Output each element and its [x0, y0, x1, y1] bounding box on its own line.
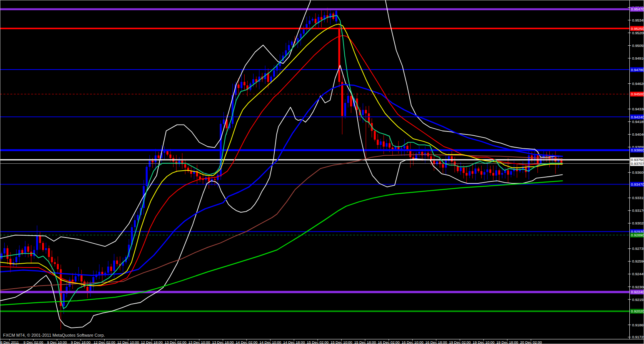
- svg-text:0.93707: 0.93707: [631, 161, 644, 166]
- candle-body: [190, 171, 192, 174]
- level-price-label-0.95250: 0.95250: [630, 26, 644, 31]
- candle-body: [347, 96, 349, 103]
- candle-body: [498, 170, 500, 174]
- candle-body: [169, 155, 171, 158]
- svg-text:0.92020: 0.92020: [631, 309, 644, 313]
- candle-body: [134, 220, 136, 227]
- svg-text:0.94240: 0.94240: [631, 115, 644, 119]
- price-tick-label: 0.93025: [632, 221, 644, 225]
- candle-body: [116, 261, 118, 264]
- candle-body: [288, 45, 290, 50]
- price-tick-label: 0.93315: [632, 196, 644, 200]
- candle-body: [320, 17, 322, 20]
- candle-body: [291, 42, 293, 45]
- candle-body: [18, 250, 20, 257]
- candle-body: [10, 259, 12, 265]
- candle-body: [214, 179, 216, 180]
- mt4-chart-window: 0.954900.953450.952000.950550.949100.946…: [0, 0, 644, 344]
- price-tick-label: 0.94185: [632, 120, 644, 124]
- candle-body: [113, 261, 115, 271]
- time-tick-label: 15 Dec 02:00: [307, 340, 329, 344]
- candle-body: [270, 76, 272, 82]
- candle-body: [412, 157, 414, 159]
- candle-body: [386, 143, 388, 146]
- candle-body: [392, 148, 394, 150]
- price-tick-label: 0.93605: [632, 170, 644, 174]
- time-tick-label: 14 Dec 02:00: [236, 340, 258, 344]
- time-tick-label: 16 Dec 10:00: [402, 340, 424, 344]
- candle-body: [48, 248, 50, 257]
- time-tick-label: 19 Dec 18:00: [496, 340, 518, 344]
- candle-body: [80, 274, 82, 281]
- level-price-label-0.92890: 0.92890: [630, 233, 644, 238]
- price-tick-label: 0.95200: [632, 31, 644, 35]
- candle-body: [54, 262, 56, 264]
- candle-body: [21, 250, 23, 253]
- candle-body: [309, 21, 310, 24]
- candle-body: [87, 287, 88, 291]
- price-chart[interactable]: 0.954900.953450.952000.950550.949100.946…: [0, 0, 644, 344]
- candle-body: [3, 248, 5, 254]
- time-tick-label: 9 Dec 18:00: [71, 340, 90, 344]
- candle-body: [42, 243, 44, 250]
- candle-body: [300, 34, 302, 38]
- candle-body: [395, 147, 397, 150]
- time-tick-label: 13 Dec 10:00: [189, 340, 210, 344]
- time-tick-label: 9 Dec 10:00: [47, 340, 67, 344]
- svg-text:0.95470: 0.95470: [631, 7, 644, 11]
- svg-text:0.93860: 0.93860: [631, 148, 644, 152]
- candle-body: [344, 103, 346, 116]
- candle-body: [383, 141, 385, 147]
- candle-body: [244, 82, 245, 85]
- time-tick-label: 14 Dec 10:00: [259, 340, 281, 344]
- candle-body: [484, 172, 486, 175]
- candle-body: [460, 168, 462, 171]
- candle-body: [409, 150, 411, 157]
- level-price-label-0.94240: 0.94240: [630, 115, 644, 120]
- level-price-label-0.92020: 0.92020: [630, 309, 644, 314]
- candle-body: [36, 236, 38, 250]
- price-tick-label: 0.93170: [632, 208, 644, 213]
- level-price-label-0.93470: 0.93470: [630, 182, 644, 187]
- candle-body: [465, 173, 467, 176]
- time-tick-label: 9 Dec 02:00: [23, 340, 43, 344]
- candle-body: [146, 167, 148, 186]
- candle-body: [155, 155, 157, 162]
- candle-body: [152, 161, 153, 163]
- time-tick-label: 8 Dec 2011: [0, 340, 19, 344]
- candle-body: [164, 151, 165, 153]
- candle-body: [223, 120, 225, 124]
- candle-body: [30, 252, 32, 256]
- candle-body: [45, 248, 47, 250]
- candle-body: [69, 280, 71, 287]
- candle-body: [7, 248, 8, 259]
- candle-body: [110, 267, 112, 271]
- copyright-text: FXCM MT4, © 2001-2011 MetaQuotes Softwar…: [3, 333, 105, 337]
- time-tick-label: 16 Dec 02:00: [378, 340, 400, 344]
- candle-body: [362, 110, 364, 115]
- time-tick-label: 20 Dec 02:00: [520, 340, 542, 344]
- candle-body: [472, 171, 474, 174]
- candle-body: [341, 82, 343, 116]
- candle-body: [63, 294, 65, 306]
- candle-body: [273, 70, 275, 76]
- time-tick-label: 15 Dec 10:00: [330, 340, 352, 344]
- price-tick-label: 0.95345: [632, 18, 644, 22]
- time-tick-label: 14 Dec 18:00: [283, 340, 305, 344]
- candle-body: [463, 168, 465, 173]
- candle-body: [380, 141, 382, 145]
- candle-body: [75, 276, 77, 282]
- candle-body: [389, 143, 390, 147]
- price-tick-label: 0.92155: [632, 297, 644, 302]
- time-tick-label: 19 Dec 02:00: [449, 340, 471, 344]
- candle-body: [489, 170, 491, 173]
- candle-body: [158, 155, 160, 158]
- price-tick-label: 0.94040: [632, 132, 644, 136]
- time-tick-label: 15 Dec 18:00: [354, 340, 376, 344]
- svg-text:0.94780: 0.94780: [631, 68, 644, 72]
- candle-body: [368, 113, 370, 123]
- price-tick-label: 0.91725: [632, 335, 644, 339]
- candle-body: [492, 173, 494, 176]
- candle-body: [217, 174, 219, 180]
- candle-body: [33, 250, 35, 256]
